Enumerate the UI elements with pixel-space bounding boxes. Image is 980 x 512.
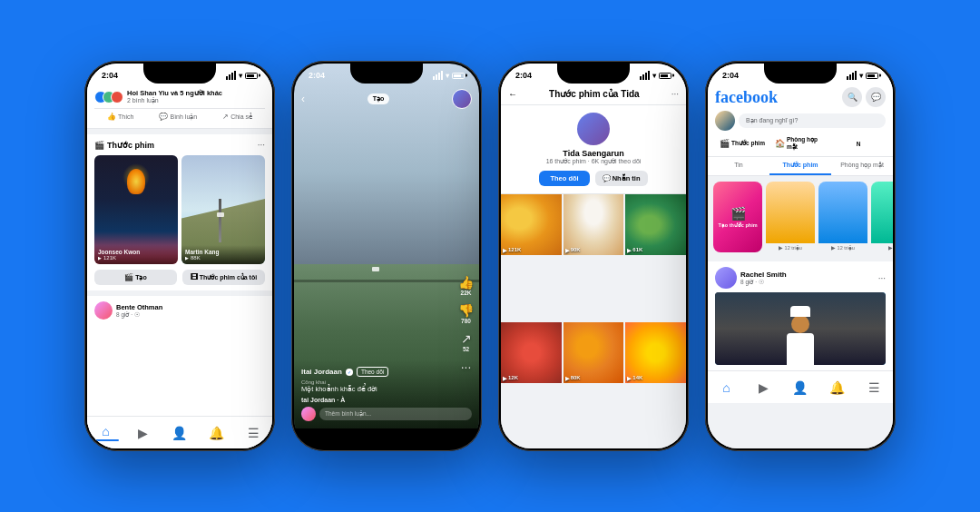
- back-arrow[interactable]: ←: [508, 89, 517, 99]
- create-btn[interactable]: Tạo: [368, 94, 390, 104]
- reels-story-label: Thước phim: [731, 140, 765, 147]
- reel-thumb-1[interactable]: ▶ 121K: [501, 194, 562, 320]
- fb-header-icons: 🔍 💬: [842, 87, 886, 107]
- nav-bell[interactable]: 🔔: [198, 426, 235, 440]
- signal-bar: [642, 74, 644, 80]
- back-btn[interactable]: ‹: [301, 93, 305, 105]
- nav-video-4[interactable]: ▶: [745, 380, 782, 395]
- nav-home-4[interactable]: ⌂: [708, 380, 745, 395]
- battery-fill: [661, 74, 668, 77]
- reel-thumb-bg: ▶ 14K: [625, 322, 686, 383]
- nav-people-4[interactable]: 👤: [782, 380, 819, 395]
- reel-card-1[interactable]: Joonseo Kwon ▶ 121K: [94, 155, 178, 264]
- nav-menu[interactable]: ☰: [235, 426, 272, 440]
- reel-thumb-4[interactable]: ▶ 12K: [501, 322, 562, 448]
- play-icon: ▶: [185, 255, 189, 261]
- reel-thumb-6[interactable]: ▶ 14K: [625, 322, 686, 448]
- like-action[interactable]: 👍 Thích: [107, 113, 134, 121]
- share-label: Chia sẻ: [230, 113, 252, 121]
- follow-btn[interactable]: Theo dõi: [539, 171, 589, 186]
- fb-reel-thumb-3: [871, 182, 893, 243]
- play-icon: ▶: [503, 375, 507, 381]
- reel-views-overlay-3: ▶ 61K: [627, 247, 642, 253]
- create-reel-btn[interactable]: 🎬 Tạo: [94, 270, 177, 285]
- like-side-action[interactable]: 👍 22K: [458, 275, 474, 296]
- reel-thumb-5[interactable]: ▶ 80K: [564, 322, 624, 448]
- my-reels-label: Thước phim của tôi: [200, 274, 257, 281]
- reel-thumb-3[interactable]: ▶ 61K: [625, 194, 686, 320]
- fb-post-user: Rachel Smith 8 giờ · ☉ ···: [715, 267, 886, 289]
- views-text: 61K: [632, 247, 642, 252]
- video-username: Itai Jordaan: [301, 368, 342, 376]
- phone-2: 2:04 ▾: [291, 61, 482, 451]
- share-side-action[interactable]: ↗ 52: [461, 331, 472, 352]
- nav-people[interactable]: 👤: [162, 426, 199, 440]
- phone-4: 2:04 ▾ facebook: [705, 61, 896, 451]
- signal-bar: [433, 76, 435, 80]
- messenger-icon: 💬: [871, 93, 881, 102]
- road-line: [219, 199, 221, 242]
- room-story-btn[interactable]: 🏠 Phòng họp mặt: [773, 134, 828, 153]
- dots-menu[interactable]: ···: [258, 140, 265, 150]
- battery-icon: [659, 73, 671, 79]
- fb-reel-views-3: ▶ 12 t: [871, 243, 893, 252]
- phones-container: 2:04 ▾: [66, 43, 914, 469]
- fb-post-user-name: Rachel Smith: [740, 271, 787, 279]
- fb-post-input[interactable]: Bạn đang nghĩ gì?: [739, 113, 886, 128]
- reel-image-6: [625, 322, 686, 383]
- comment-action[interactable]: 💬 Bình luận: [159, 113, 197, 121]
- fb-reel-create[interactable]: 🎬 Tạo thước phim: [713, 182, 762, 252]
- nav-bell-4[interactable]: 🔔: [818, 380, 856, 395]
- fb-reel-item-1[interactable]: ▶ 12 triệu: [766, 182, 815, 252]
- chef-body: [787, 333, 814, 365]
- film-roll-icon: 🎞: [191, 273, 198, 281]
- message-btn[interactable]: 💬 Nhắn tin: [595, 171, 648, 186]
- wifi-icon: ▾: [652, 72, 656, 80]
- post-header: Hoi Shan Yiu và 5 người khác 2 bình luận: [94, 89, 265, 104]
- reel-card-2[interactable]: Martin Kang ▶ 88K: [181, 155, 265, 264]
- tab-thuoc-phim[interactable]: Thước phim: [769, 157, 831, 175]
- dislike-side-action[interactable]: 👎 780: [458, 303, 474, 324]
- status-icons-3: ▾: [640, 71, 671, 80]
- fb-reels-row: 🎬 Tạo thước phim ▶ 12 triệu ▶ 12 triệu ▶…: [708, 176, 893, 256]
- reels-buttons: 🎬 Tạo 🎞 Thước phim của tôi: [94, 270, 265, 285]
- three-dots-menu[interactable]: ···: [671, 89, 679, 99]
- views-text: 12K: [508, 375, 518, 380]
- reel-thumb-2[interactable]: ▶ 90K: [564, 194, 624, 320]
- comment-avatar-tiny: [301, 407, 316, 421]
- fb-reel-item-2[interactable]: ▶ 12 triệu: [818, 182, 867, 252]
- bell-icon-4: 🔔: [829, 380, 845, 395]
- fb-tabs: Tin Thước phim Phòng họp mặt: [708, 157, 893, 176]
- share-action[interactable]: ↗ Chia sẻ: [222, 113, 252, 121]
- more-story-btn[interactable]: N: [831, 134, 886, 153]
- my-reels-btn[interactable]: 🎞 Thước phim của tôi: [182, 270, 265, 285]
- phone4-content: facebook 🔍 💬 Bạn đang nghĩ gì?: [708, 84, 893, 448]
- nav-video[interactable]: ▶: [124, 426, 162, 440]
- tab-tin[interactable]: Tin: [708, 157, 769, 175]
- signal-bar: [438, 73, 440, 80]
- reel-views-overlay-4: ▶ 12K: [503, 375, 518, 381]
- signal-bar: [229, 74, 230, 80]
- bell-icon: 🔔: [209, 426, 224, 440]
- nav-home[interactable]: ⌂: [87, 424, 124, 441]
- search-btn[interactable]: 🔍: [842, 87, 862, 107]
- commenter-info: Bente Othman 8 giờ · ☉: [94, 301, 265, 320]
- fb-logo-row: facebook 🔍 💬: [715, 87, 886, 107]
- tab-phong-hop[interactable]: Phòng họp mặt: [831, 157, 893, 175]
- reels-story-btn[interactable]: 🎬 Thước phim: [715, 134, 769, 153]
- video-bg: ‹ Tạo 👍 22K 👎 780: [294, 64, 479, 428]
- fb-reel-item-3[interactable]: ▶ 12 t: [871, 182, 893, 252]
- comment-input[interactable]: Thêm bình luận...: [319, 408, 472, 420]
- people-icon: 👤: [172, 426, 187, 440]
- nav-menu-4[interactable]: ☰: [856, 380, 893, 395]
- reel-views-text-2: 88K: [191, 255, 201, 261]
- battery-icon: [452, 73, 465, 79]
- reel-views-overlay-6: ▶ 14K: [627, 375, 642, 381]
- post-three-dots[interactable]: ···: [878, 273, 886, 283]
- follow-btn-video[interactable]: Theo dõi: [357, 367, 388, 377]
- messenger-icon: 💬: [603, 174, 611, 182]
- video-cliff-edge: [294, 280, 479, 282]
- signal-bar: [648, 71, 650, 80]
- fb-header: facebook 🔍 💬 Bạn đang nghĩ gì?: [708, 84, 893, 157]
- messenger-btn[interactable]: 💬: [866, 87, 886, 107]
